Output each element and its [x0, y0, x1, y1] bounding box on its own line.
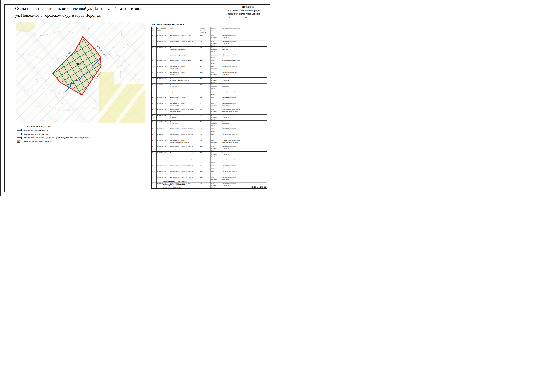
cell-category: Земли населенных пунктов [210, 182, 222, 189]
appendix-line: к постановлению администрации [228, 9, 269, 12]
document-page: Схема границ территории, ограниченной ул… [0, 0, 277, 196]
cell-cadastral: 36:34:0501017:37 [156, 77, 170, 84]
cell-num: 24 [152, 176, 156, 182]
cell-category: Земли населенных пунктов [210, 71, 222, 77]
cell-num: 20 [152, 152, 156, 158]
blue-line-swatch [17, 129, 21, 131]
cell-usage: Отдельно стоящие индивидуальные жилые до… [222, 108, 267, 114]
cell-cadastral: 36:34:0501017:50 [156, 65, 170, 71]
cell-num: 8 [152, 77, 156, 84]
cell-category: Земли населенных пунктов [210, 145, 222, 151]
cell-category: Земли населенных пунктов [210, 139, 222, 145]
cell-usage: Индивидуальное жилищное строительство [222, 145, 267, 151]
cell-cadastral: 36:34:0501018:112 [156, 84, 170, 90]
cell-cadastral: 36:34:0501017:51 [156, 59, 170, 65]
cell-area: 720 [200, 40, 210, 47]
cell-address: Воронежская обл., г. Воронеж, ул. Светла… [170, 127, 200, 133]
cell-usage: Индивидуальное жилищное строительство [222, 40, 267, 47]
page-title: Схема границ территории, ограниченной ул… [15, 5, 156, 19]
signatory-name: М.Ш. Солтанов [251, 185, 266, 188]
cell-category: Земли населенных пунктов [210, 108, 222, 114]
appendix-note: Приложение к постановлению администрации… [228, 5, 269, 19]
table-row: 4 36:34:0501017:289 Воронежская обл., г.… [152, 53, 267, 59]
cell-address: Воронежская обл., г. Воронеж, ул. Новосе… [170, 114, 200, 121]
cell-category: Земли населенных пунктов [210, 84, 222, 90]
cell-address: Воронежская обл., г. Воронеж, ул. Дачная… [170, 59, 200, 65]
cell-cadastral: 36:34:0501017:45 [156, 170, 170, 176]
cell-category: Земли населенных пунктов [210, 164, 222, 170]
cell-cadastral: 36:34:0501018:346 [156, 139, 170, 145]
cell-usage: Индивидуальное жилищное строительство [222, 127, 267, 133]
cell-address: Воронежская обл., г. Воронеж, ул. Дачная… [170, 34, 200, 40]
cell-usage: Индивидуальное жилищное строительство [222, 77, 267, 84]
legend-item-cadastral-quarters: - граница кадастровых кварталов [17, 129, 142, 131]
cell-address: Воронежская обл., г. Воронеж, ул. Герман… [170, 53, 200, 59]
legend: Условные обозначения - граница кадастров… [17, 125, 142, 144]
cell-cadastral: 36:34:0501017:88 [156, 34, 170, 40]
cell-cadastral: 36:34:0501017:3 [156, 158, 170, 164]
cell-cadastral: 36:34:0501018:1 [156, 127, 170, 133]
cell-cadastral: 36:34:0501018:95 [156, 121, 170, 127]
cell-area: 359 [200, 108, 210, 114]
cell-num: 23 [152, 170, 156, 176]
appendix-line: городского округа город Воронеж [228, 12, 269, 15]
parcel-table-wrap: № п/п Кадастровый номер объекта недвижим… [152, 27, 267, 189]
cell-address: Воронежская обл., г. Воронеж, ул. Новосе… [170, 96, 200, 102]
cell-cadastral: 36:34:0501017:28 [156, 152, 170, 158]
table-row: 19 36:34:0501017:24 Воронежская обл., г.… [152, 145, 267, 151]
table-row: 16 36:34:0501018:1 Воронежская обл., г. … [152, 127, 267, 133]
cell-area: 700 [200, 182, 210, 189]
red-line-swatch [17, 133, 21, 135]
cell-usage: Личное подсобное хозяйство [222, 133, 267, 139]
cell-usage: Личное подсобное хозяйство [222, 170, 267, 176]
cell-usage: Под индивидуальное жилищное строительств… [222, 71, 267, 77]
table-row: 21 36:34:0501017:3 Воронежская обл., г. … [152, 158, 267, 164]
cell-cadastral: 36:34:0501018:113 [156, 90, 170, 96]
col-header-num: № п/п [152, 27, 156, 34]
col-header-usage: Вид разрешенного использования [222, 27, 267, 34]
cell-address: Воронежская обл., г. Воронеж, ул. Новосе… [170, 121, 200, 127]
cell-num: 3 [152, 47, 156, 53]
cell-num: 10 [152, 90, 156, 96]
cell-area: 300 [200, 133, 210, 139]
cell-category: Земли населенных пунктов [210, 34, 222, 40]
legend-title: Условные обозначения [24, 125, 142, 128]
appendix-date-number-line: от_____________№______________ [228, 15, 269, 19]
cell-area: 1064 [200, 53, 210, 59]
cell-address: Воронежская обл., г. Воронеж, ул. Новосе… [170, 108, 200, 114]
legend-item-registered-parcels: - граница земельных участков, учтенных в… [17, 137, 142, 139]
cell-address: Воронежская обл., г. Воронеж, ул. Дачная… [170, 145, 200, 151]
cell-address: Воронежская обл., г. Воронеж, ул. Дачная… [170, 164, 200, 170]
cell-area: 651 [200, 114, 210, 121]
map-canvas: ЖИ ул. Дачная ул. Германа Титова ул. Нов… [16, 22, 145, 123]
cell-num: 7 [152, 71, 156, 77]
cell-category: Земли населенных пунктов [210, 170, 222, 176]
cell-area: 808 [200, 139, 210, 145]
cell-num: 13 [152, 108, 156, 114]
territory-map: ЖИ ул. Дачная ул. Германа Титова ул. Нов… [16, 22, 145, 123]
zhi-zone-swatch: ЖИ [17, 140, 20, 143]
table-row: 11 36:34:0501018:127 Воронежская обл., г… [152, 96, 267, 102]
cell-category: Земли населенных пунктов [210, 114, 222, 121]
cell-usage: Индивидуальное жилищное строительство [222, 90, 267, 96]
cell-address: Воронежская обл., г. Воронеж, ул. Новосе… [170, 71, 200, 77]
cell-category: Земли населенных пунктов [210, 152, 222, 158]
table-row: 1 36:34:0501017:88 Воронежская обл., г. … [152, 34, 267, 40]
cell-area: 868 [200, 47, 210, 53]
cell-address: Воронежская обл., г. Воронеж, ул. Новосе… [170, 77, 200, 84]
parcel-table: № п/п Кадастровый номер объекта недвижим… [152, 27, 267, 189]
page-title-line1: Схема границ территории, ограниченной ул… [15, 5, 156, 12]
cell-area: 527 [200, 84, 210, 90]
cell-area: 1925 [200, 59, 210, 65]
table-row: 2 36:34:0501017:87 Воронежская обл., г. … [152, 40, 267, 47]
cell-num: 9 [152, 84, 156, 90]
cell-usage: Отдельно стоящий индивидуальный жилой до… [222, 59, 267, 65]
cell-category: Земли населенных пунктов [210, 96, 222, 102]
cell-num: 12 [152, 102, 156, 108]
cell-category: Земли населенных пунктов [210, 176, 222, 182]
table-header-row: № п/п Кадастровый номер объекта недвижим… [152, 27, 267, 34]
cell-address: Воронежская обл., г. Воронеж, ул. Новосе… [170, 102, 200, 108]
cell-area: 719 [200, 127, 210, 133]
table-row: 6 36:34:0501017:50 Воронежская обл., г. … [152, 65, 267, 71]
cell-address: Воронежская обл., г. Воронеж, ул. Новосе… [170, 65, 200, 71]
